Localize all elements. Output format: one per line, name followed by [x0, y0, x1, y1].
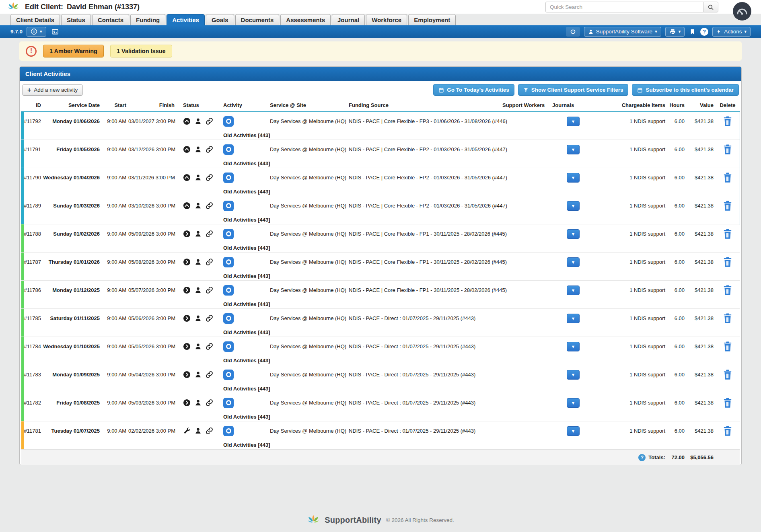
activity-row[interactable]: #11784 Wednesday 01/10/2025 9:00 AM 05/0…	[21, 337, 740, 365]
activity-name-link[interactable]: Old Activities [443]	[221, 217, 546, 223]
activity-type-icon[interactable]	[223, 341, 234, 352]
activity-name-link[interactable]: Old Activities [443]	[221, 273, 546, 279]
delete-activity-button[interactable]	[722, 200, 733, 212]
help-button[interactable]: ?	[700, 28, 708, 36]
delete-activity-button[interactable]	[722, 369, 733, 380]
page-title-prefix: Edit Client:	[25, 3, 63, 11]
delete-activity-button[interactable]	[722, 144, 733, 155]
activity-type-icon[interactable]	[223, 173, 234, 183]
print-button[interactable]: ▾	[665, 27, 685, 37]
activity-type-icon[interactable]	[223, 257, 234, 267]
tab-activities[interactable]: Activities	[167, 14, 205, 25]
journal-dropdown-button[interactable]: ▼	[567, 173, 580, 183]
activity-row[interactable]: #11787 Thursday 01/01/2026 9:00 AM 05/08…	[21, 253, 740, 281]
activity-type-icon[interactable]	[223, 398, 234, 408]
panel-toolbar: + Add a new activity Go To Today's Activ…	[20, 81, 741, 99]
activity-name-link[interactable]: Old Activities [443]	[221, 414, 546, 420]
user-menu-button[interactable]: SupportAbility Software ▾	[584, 27, 661, 37]
search-button[interactable]	[703, 2, 718, 12]
activity-id: #11788	[21, 231, 43, 237]
activity-type-icon[interactable]	[223, 201, 234, 211]
activity-type-icon[interactable]	[223, 116, 234, 127]
bookmark-button[interactable]	[689, 27, 696, 37]
activity-name-link[interactable]: Old Activities [443]	[221, 160, 546, 166]
activity-name-link[interactable]: Old Activities [443]	[221, 245, 546, 251]
activity-row[interactable]: #11791 Friday 01/05/2026 9:00 AM 03/12/2…	[21, 140, 740, 168]
tab-employment[interactable]: Employment	[408, 14, 456, 25]
activity-row[interactable]: #11792 Monday 01/06/2026 9:00 AM 03/01/2…	[21, 112, 740, 140]
start-time: 9:00 AM	[102, 287, 128, 293]
tab-assessments[interactable]: Assessments	[280, 14, 331, 25]
totals-help-icon[interactable]: ?	[638, 454, 646, 461]
validation-issue-button[interactable]: 1 Validation Issue	[110, 45, 172, 58]
journal-dropdown-button[interactable]: ▼	[567, 145, 580, 154]
delete-activity-button[interactable]	[722, 397, 733, 409]
journal-dropdown-button[interactable]: ▼	[567, 398, 580, 408]
tab-contacts[interactable]: Contacts	[92, 14, 129, 25]
go-to-today-button[interactable]: Go To Today's Activities	[433, 84, 514, 96]
tab-workforce[interactable]: Workforce	[366, 14, 407, 25]
activity-type-icon[interactable]	[223, 426, 234, 436]
actions-button[interactable]: Actions ▾	[712, 27, 751, 37]
calendar-icon	[637, 87, 643, 93]
journal-dropdown-button[interactable]: ▼	[567, 370, 580, 380]
info-button[interactable]: ▾	[27, 27, 46, 37]
activity-row[interactable]: #11789 Sunday 01/03/2026 9:00 AM 03/10/2…	[21, 196, 740, 224]
activity-name-link[interactable]: Old Activities [443]	[221, 386, 546, 392]
activity-row[interactable]: #11781 Tuesday 01/07/2025 9:00 AM 02/02/…	[21, 421, 740, 450]
delete-cell	[716, 257, 740, 268]
tab-journal[interactable]: Journal	[332, 14, 365, 25]
gallery-button[interactable]	[50, 27, 60, 37]
journal-dropdown-button[interactable]: ▼	[567, 342, 580, 351]
activity-row[interactable]: #11786 Monday 01/12/2025 9:00 AM 05/07/2…	[21, 281, 740, 309]
journal-dropdown-button[interactable]: ▼	[567, 201, 580, 211]
activity-row[interactable]: #11788 Sunday 01/02/2026 9:00 AM 05/09/2…	[21, 224, 740, 253]
amber-warning-button[interactable]: 1 Amber Warning	[43, 45, 104, 58]
activity-row[interactable]: #11782 Friday 01/08/2025 9:00 AM 05/03/2…	[21, 393, 740, 421]
delete-activity-button[interactable]	[722, 228, 733, 240]
journal-dropdown-button[interactable]: ▼	[567, 314, 580, 323]
activity-row[interactable]: #11790 Wednesday 01/04/2026 9:00 AM 03/1…	[21, 168, 740, 196]
tab-client-details[interactable]: Client Details	[10, 14, 60, 25]
delete-activity-button[interactable]	[722, 285, 733, 296]
delete-activity-button[interactable]	[722, 313, 733, 324]
activity-type-icon[interactable]	[223, 313, 234, 324]
column-header-start: Start	[102, 102, 128, 108]
delete-activity-button[interactable]	[722, 257, 733, 268]
activity-type-icon[interactable]	[223, 370, 234, 380]
logout-power-button[interactable]	[566, 27, 580, 37]
show-filters-button[interactable]: Show Client Support Service Filters	[518, 84, 629, 96]
activity-name-link[interactable]: Old Activities [443]	[221, 442, 546, 448]
add-activity-button[interactable]: + Add a new activity	[22, 84, 83, 96]
delete-activity-button[interactable]	[722, 116, 733, 127]
activity-name-link[interactable]: Old Activities [443]	[221, 357, 546, 364]
tab-funding[interactable]: Funding	[130, 14, 165, 25]
hours: 6.00	[667, 428, 687, 434]
tab-status[interactable]: Status	[61, 14, 91, 25]
journal-dropdown-button[interactable]: ▼	[567, 286, 580, 295]
tab-goals[interactable]: Goals	[206, 14, 234, 25]
activity-name-link[interactable]: Old Activities [443]	[221, 301, 546, 307]
delete-cell	[716, 285, 740, 296]
delete-activity-button[interactable]	[722, 425, 733, 437]
activity-row[interactable]: #11783 Monday 01/09/2025 9:00 AM 05/04/2…	[21, 365, 740, 393]
activity-type-icon[interactable]	[223, 229, 234, 239]
journal-dropdown-button[interactable]: ▼	[567, 426, 580, 436]
journal-dropdown-button[interactable]: ▼	[567, 229, 580, 239]
service-site: Day Services @ Melbourne (HQ)	[270, 400, 349, 406]
delete-activity-button[interactable]	[722, 172, 733, 183]
delete-activity-button[interactable]	[722, 341, 733, 352]
user-avatar[interactable]	[733, 2, 751, 21]
activity-row[interactable]: #11785 Saturday 01/11/2025 9:00 AM 05/06…	[21, 309, 740, 337]
journal-dropdown-button[interactable]: ▼	[567, 257, 580, 267]
activity-name-link[interactable]: Old Activities [443]	[221, 329, 546, 335]
activity-type-icon[interactable]	[223, 285, 234, 296]
journal-dropdown-button[interactable]: ▼	[567, 117, 580, 126]
status-icons	[177, 258, 221, 266]
activity-name-link[interactable]: Old Activities [443]	[221, 189, 546, 195]
activity-name-link[interactable]: Old Activities [443]	[221, 132, 546, 138]
activity-type-icon[interactable]	[223, 144, 234, 155]
subscribe-calendar-button[interactable]: Subscribe to this client's calendar	[632, 84, 739, 96]
quick-search-input[interactable]	[545, 2, 703, 12]
tab-documents[interactable]: Documents	[235, 14, 280, 25]
